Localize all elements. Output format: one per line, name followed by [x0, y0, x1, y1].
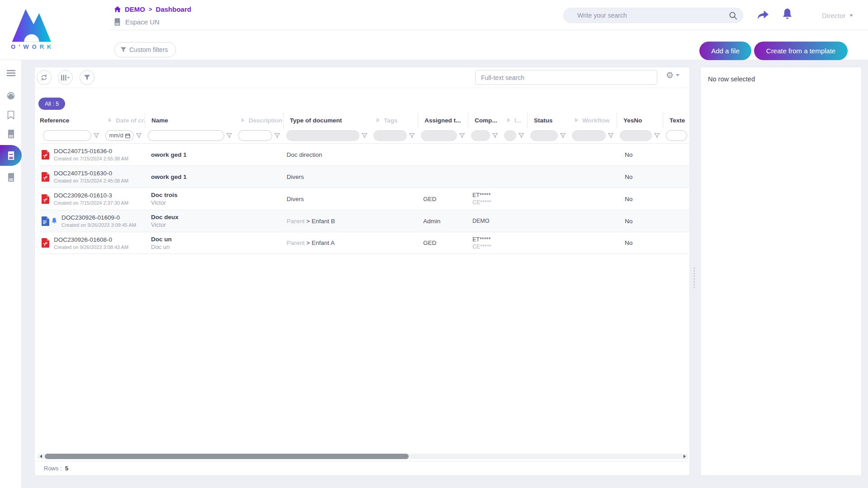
sidebar-item-archives[interactable]: [0, 169, 22, 185]
book-icon: [114, 18, 121, 26]
filter-tags: [370, 130, 418, 141]
document-name: owork ged 1: [151, 174, 283, 180]
sidebar-item-documents-active[interactable]: [0, 145, 22, 166]
document-name: Doc deux: [151, 214, 283, 221]
add-file-button[interactable]: Add a file: [699, 42, 751, 60]
filter-status-input-disabled: [530, 130, 558, 141]
company-line1: ET*****: [472, 236, 527, 243]
menu-toggle-button[interactable]: [0, 66, 22, 81]
filter-name: [145, 130, 235, 141]
filter-date-input[interactable]: mm/d: [105, 130, 134, 141]
filter-button[interactable]: [80, 70, 94, 85]
table-row[interactable]: DOC230926-01609-0 Created on 9/26/2023 3…: [40, 210, 690, 232]
document-yesno: No: [617, 218, 663, 225]
filter-assigned-input-disabled: [421, 130, 457, 141]
table-toolbar: ⚙: [35, 67, 689, 88]
filter-name-input[interactable]: [148, 130, 224, 141]
bell-icon: [782, 8, 793, 20]
column-header-assigned[interactable]: Assigned t...: [418, 113, 468, 128]
table-row[interactable]: DOC230926-01608-0 Created on 9/26/2023 3…: [40, 232, 690, 254]
scrollbar-track[interactable]: [44, 454, 681, 459]
custom-filters-button[interactable]: Custom filters: [114, 42, 176, 57]
column-header-type[interactable]: Type of document: [283, 113, 370, 128]
column-header-date[interactable]: Date of cr...: [102, 113, 145, 128]
table-row[interactable]: DOC240715-01630-0 Created on 7/15/2024 2…: [40, 165, 690, 188]
document-created-date: Created on 7/15/2024 2:37:30 AM: [54, 200, 128, 206]
table-settings-button[interactable]: ⚙: [666, 71, 679, 80]
column-header-yesno[interactable]: YesNo: [617, 113, 663, 128]
filter-funnel-icon[interactable]: [409, 133, 415, 138]
table-filter-row: mm/d: [40, 128, 690, 143]
filter-funnel-icon[interactable]: [560, 133, 566, 138]
document-yesno: No: [617, 174, 663, 180]
sidebar-item-bookmarks[interactable]: [0, 107, 22, 122]
table-row[interactable]: DOC240715-01636-0 Created on 7/15/2024 2…: [40, 143, 690, 165]
document-company: ET***** CE*****: [468, 192, 527, 206]
filter-funnel-icon[interactable]: [459, 133, 465, 138]
sort-arrow-icon: [377, 118, 380, 122]
filter-funnel-icon[interactable]: [274, 133, 280, 138]
filter-status: [527, 130, 569, 141]
filter-funnel-icon[interactable]: [362, 133, 367, 138]
sidebar-item-library[interactable]: [0, 126, 22, 141]
sidebar-item-dashboard[interactable]: [0, 88, 22, 103]
filter-funnel-icon[interactable]: [492, 133, 498, 138]
filter-tags-input-disabled: [373, 130, 407, 141]
role-dropdown[interactable]: Director: [822, 12, 853, 19]
filter-description-input[interactable]: [238, 130, 272, 141]
tab-all-badge[interactable]: All : 5: [38, 98, 65, 110]
rows-label: Rows :: [44, 465, 62, 472]
filter-funnel-icon[interactable]: [94, 133, 99, 138]
document-type: Divers: [283, 174, 418, 180]
filter-reference-input[interactable]: [43, 130, 91, 141]
breadcrumb-separator: >: [149, 6, 152, 13]
company-line1: ET*****: [472, 192, 527, 198]
column-header-name[interactable]: Name: [145, 113, 235, 128]
document-created-date: Created on 9/26/2023 3:08:43 AM: [54, 244, 128, 250]
scroll-left-button[interactable]: [38, 454, 44, 459]
column-header-i[interactable]: I...: [501, 113, 527, 128]
filter-funnel-icon[interactable]: [136, 133, 142, 138]
column-header-comp[interactable]: Comp...: [468, 113, 501, 128]
fulltext-search-input[interactable]: [475, 70, 657, 85]
breadcrumb-current[interactable]: Dashboard: [156, 5, 191, 13]
panel-resize-handle[interactable]: [693, 267, 695, 288]
share-arrow-icon: [757, 9, 769, 20]
column-header-description[interactable]: Description: [235, 113, 283, 128]
refresh-button[interactable]: [37, 70, 52, 85]
top-header: O'WORK DEMO > Dashboard Espace UN: [0, 0, 868, 60]
type-parent-prefix: Parent: [287, 218, 305, 225]
create-from-template-button[interactable]: Create from a template: [754, 42, 848, 60]
table-header-row: Reference Date of cr... Name Description…: [40, 113, 690, 128]
no-row-selected-text: No row selected: [708, 75, 755, 83]
breadcrumb-home[interactable]: DEMO: [125, 5, 145, 13]
column-header-status[interactable]: Status: [527, 113, 569, 128]
share-button[interactable]: [755, 7, 770, 23]
filter-funnel-icon[interactable]: [519, 133, 524, 138]
scrollbar-thumb[interactable]: [45, 454, 409, 459]
custom-filters-label: Custom filters: [129, 46, 168, 53]
filter-i: [501, 130, 527, 141]
filter-funnel-icon[interactable]: [654, 133, 660, 138]
document-yesno: No: [617, 239, 663, 246]
notifications-button[interactable]: [779, 6, 795, 22]
column-header-tags[interactable]: Tags: [370, 113, 418, 128]
table-row[interactable]: DOC230926-01610-3 Created on 7/15/2024 2…: [40, 188, 690, 210]
columns-button[interactable]: [58, 70, 73, 85]
filter-funnel-icon[interactable]: [226, 133, 232, 138]
column-header-texte[interactable]: Texte: [663, 113, 690, 128]
filter-comp: [468, 130, 501, 141]
column-header-reference[interactable]: Reference: [40, 113, 102, 128]
type-parent-prefix: Parent: [287, 239, 305, 246]
global-search-input[interactable]: [577, 12, 729, 19]
documents-table: Reference Date of cr... Name Description…: [40, 113, 690, 254]
scroll-right-button[interactable]: [681, 454, 688, 459]
filter-funnel-icon[interactable]: [608, 133, 613, 138]
column-header-workflow[interactable]: Workflow: [569, 113, 617, 128]
document-created-date: Created on 7/15/2024 2:45:08 AM: [54, 178, 128, 183]
space-name: Espace UN: [125, 18, 160, 26]
app-logo[interactable]: O'WORK: [6, 4, 56, 50]
arrow-right-icon: [684, 455, 686, 458]
search-icon[interactable]: [729, 11, 737, 20]
filter-texte-input[interactable]: [666, 130, 687, 141]
